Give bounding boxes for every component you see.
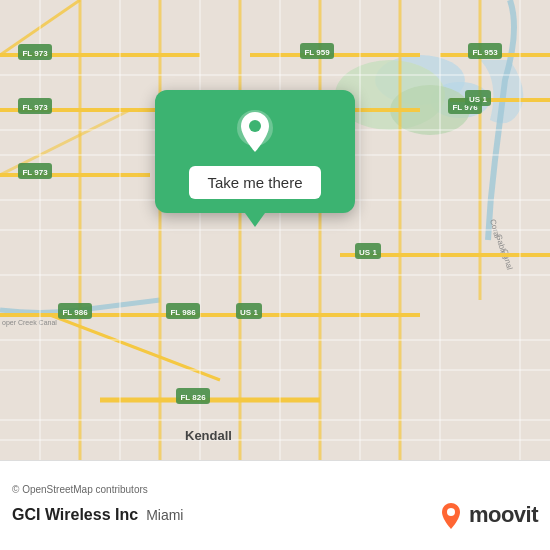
take-me-there-button[interactable]: Take me there xyxy=(189,166,320,199)
location-city: Miami xyxy=(146,507,183,523)
svg-text:US 1: US 1 xyxy=(359,248,377,257)
popup-card: Take me there xyxy=(155,90,355,213)
svg-text:FL 826: FL 826 xyxy=(180,393,206,402)
svg-text:US 1: US 1 xyxy=(240,308,258,317)
svg-text:oper Creek Canal: oper Creek Canal xyxy=(2,319,57,327)
attribution-text: © OpenStreetMap contributors xyxy=(12,484,538,495)
svg-point-74 xyxy=(249,120,261,132)
map-background: Coral Gables Canal oper Creek Canal xyxy=(0,0,550,460)
svg-text:FL 986: FL 986 xyxy=(170,308,196,317)
svg-text:US 1: US 1 xyxy=(469,95,487,104)
svg-text:FL 959: FL 959 xyxy=(304,48,330,57)
location-row: GCI Wireless Inc Miami moovit xyxy=(12,501,538,529)
location-pin-icon xyxy=(231,108,279,156)
svg-text:Kendall: Kendall xyxy=(185,428,232,443)
moovit-brand-text: moovit xyxy=(469,502,538,528)
svg-text:FL 973: FL 973 xyxy=(22,49,48,58)
bottom-bar: © OpenStreetMap contributors GCI Wireles… xyxy=(0,460,550,550)
svg-text:FL 986: FL 986 xyxy=(62,308,88,317)
svg-text:FL 973: FL 973 xyxy=(22,103,48,112)
svg-point-75 xyxy=(447,508,455,516)
moovit-logo: moovit xyxy=(437,501,538,529)
map-container: Coral Gables Canal oper Creek Canal xyxy=(0,0,550,460)
location-name: GCI Wireless Inc xyxy=(12,506,138,524)
moovit-pin-icon xyxy=(437,501,465,529)
svg-text:FL 953: FL 953 xyxy=(472,48,498,57)
svg-text:FL 973: FL 973 xyxy=(22,168,48,177)
